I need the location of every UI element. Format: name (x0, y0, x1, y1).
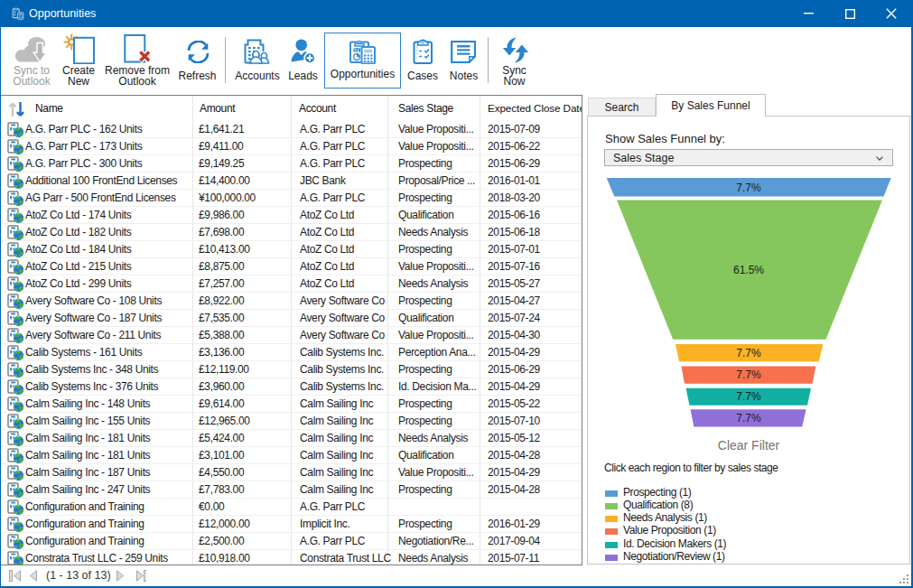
svg-text:7.7%: 7.7% (736, 390, 761, 403)
svg-text:7.7%: 7.7% (736, 347, 761, 359)
svg-text:61.5%: 61.5% (733, 264, 764, 276)
svg-text:7.7%: 7.7% (736, 182, 761, 194)
svg-text:7.7%: 7.7% (736, 369, 761, 381)
svg-text:7.7%: 7.7% (736, 412, 761, 425)
